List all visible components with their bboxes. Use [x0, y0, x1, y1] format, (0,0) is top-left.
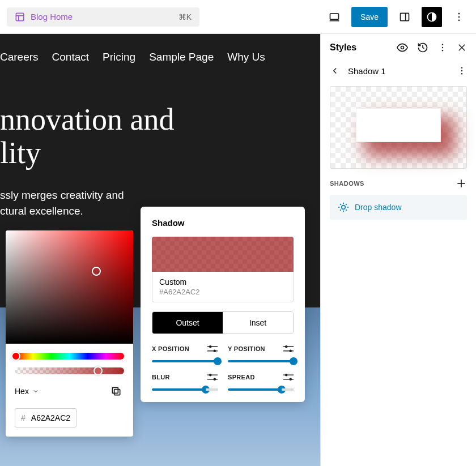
shadow-item-label: Drop shadow — [355, 203, 402, 212]
color-handle[interactable] — [92, 267, 101, 276]
svg-rect-3 — [330, 14, 339, 19]
save-button[interactable]: Save — [351, 7, 388, 27]
chevron-down-icon — [32, 388, 39, 395]
svg-point-31 — [442, 47, 443, 48]
svg-rect-11 — [114, 390, 120, 395]
svg-point-36 — [461, 70, 462, 71]
sidebar-title: Styles — [330, 42, 356, 53]
nav-item[interactable]: Pricing — [103, 51, 135, 63]
kebab-icon — [453, 11, 465, 23]
sun-icon — [338, 202, 349, 213]
layout-icon — [15, 12, 25, 22]
blur-slider[interactable] — [152, 388, 218, 391]
more-menu-button[interactable] — [449, 7, 469, 27]
svg-point-24 — [214, 378, 216, 381]
sidebar-toggle-button[interactable] — [394, 7, 415, 27]
svg-point-30 — [442, 44, 443, 45]
svg-rect-17 — [283, 347, 294, 348]
history-icon[interactable] — [417, 42, 428, 53]
shadow-color-swatch[interactable] — [152, 237, 294, 272]
spread-control: SPREAD — [228, 374, 294, 391]
nav-item[interactable]: Why Us — [227, 51, 265, 63]
shadow-popover: Shadow Custom #A62A2AC2 Outset Inset X P… — [141, 207, 305, 402]
alpha-handle[interactable] — [94, 366, 103, 375]
svg-line-48 — [346, 204, 347, 205]
blur-control: BLUR — [152, 374, 218, 391]
y-position-slider[interactable] — [228, 360, 294, 362]
shortcut-hint: ⌘K — [178, 12, 192, 22]
alpha-slider[interactable] — [15, 367, 124, 374]
svg-point-35 — [461, 67, 462, 69]
contrast-icon — [426, 11, 437, 23]
svg-rect-13 — [207, 347, 218, 348]
svg-rect-15 — [207, 350, 218, 352]
svg-line-45 — [340, 204, 341, 205]
svg-point-16 — [214, 350, 216, 353]
document-chip[interactable]: Blog Home ⌘K — [7, 7, 199, 27]
svg-point-26 — [285, 374, 288, 377]
styles-sidebar: Styles Shadow 1 SHADOWS Drop shadow — [320, 34, 476, 466]
close-icon[interactable] — [457, 42, 467, 53]
sliders-icon[interactable] — [283, 345, 294, 352]
shadow-type-toggle: Outset Inset — [152, 311, 294, 334]
preview-card — [356, 108, 441, 142]
site-nav: Careers Contact Pricing Sample Page Why … — [0, 34, 320, 80]
nav-item[interactable]: Contact — [52, 51, 89, 63]
plus-icon[interactable] — [456, 178, 467, 189]
document-label: Blog Home — [31, 12, 73, 22]
chevron-left-icon[interactable] — [330, 66, 340, 76]
panel-icon — [399, 11, 410, 23]
nav-item[interactable]: Careers — [0, 51, 39, 63]
color-saturation-area[interactable] — [6, 230, 133, 344]
svg-rect-25 — [283, 375, 294, 376]
svg-point-32 — [442, 50, 443, 51]
spread-slider[interactable] — [228, 388, 294, 391]
eye-icon[interactable] — [397, 42, 408, 53]
svg-point-22 — [209, 374, 212, 377]
y-position-control: Y POSITION — [228, 345, 294, 362]
svg-point-8 — [458, 12, 460, 14]
color-format-select[interactable]: Hex — [15, 387, 39, 396]
x-position-slider[interactable] — [152, 360, 218, 362]
x-position-label: X POSITION — [152, 345, 189, 352]
view-desktop-button[interactable] — [324, 7, 345, 27]
hero-section: nnovation and lity ssly merges creativit… — [0, 80, 320, 220]
sliders-icon[interactable] — [207, 374, 218, 381]
breadcrumb-label: Shadow 1 — [348, 66, 386, 76]
shadows-heading-row: SHADOWS — [330, 178, 467, 189]
hero-title-line1[interactable]: nnovation and — [0, 103, 320, 136]
svg-point-14 — [209, 345, 212, 348]
nav-item[interactable]: Sample Page — [149, 51, 214, 63]
hex-input[interactable]: # A62A2AC2 — [15, 408, 76, 427]
kebab-icon[interactable] — [457, 66, 467, 76]
kebab-icon[interactable] — [437, 42, 448, 53]
svg-point-10 — [458, 19, 460, 21]
svg-point-29 — [401, 46, 404, 49]
desktop-icon — [329, 11, 340, 23]
hex-prefix: # — [21, 413, 26, 422]
svg-point-18 — [285, 345, 288, 348]
styles-toggle-button[interactable] — [422, 7, 442, 27]
svg-rect-12 — [112, 387, 118, 393]
svg-rect-21 — [207, 375, 218, 376]
copy-color-button[interactable] — [108, 383, 124, 399]
shadow-list-item[interactable]: Drop shadow — [330, 195, 467, 220]
blur-label: BLUR — [152, 374, 170, 381]
hero-title-line2[interactable]: lity — [0, 136, 320, 170]
spread-label: SPREAD — [228, 374, 255, 381]
sliders-icon[interactable] — [207, 345, 218, 352]
hue-slider[interactable] — [15, 353, 124, 360]
inset-button[interactable]: Inset — [223, 312, 293, 334]
svg-point-40 — [342, 206, 346, 210]
hue-handle[interactable] — [11, 352, 20, 361]
svg-line-47 — [340, 210, 341, 211]
sliders-icon[interactable] — [283, 374, 294, 381]
svg-rect-27 — [283, 379, 294, 380]
svg-point-28 — [290, 378, 292, 381]
shadow-color-info: Custom #A62A2AC2 — [152, 272, 294, 302]
copy-icon — [110, 386, 122, 397]
shadow-color-hex: #A62A2AC2 — [159, 288, 286, 296]
outset-button[interactable]: Outset — [152, 312, 223, 334]
breadcrumb: Shadow 1 — [321, 61, 476, 83]
svg-rect-5 — [401, 13, 409, 20]
